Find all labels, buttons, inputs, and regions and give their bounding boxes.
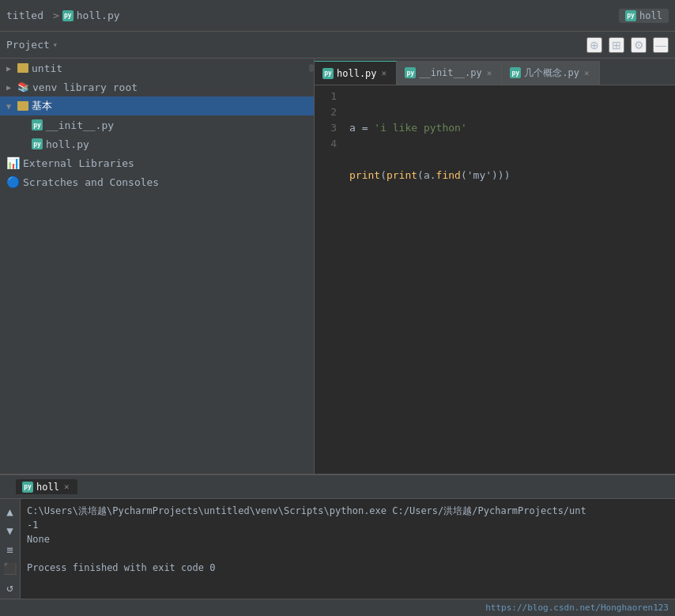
tab-init-label: __init__.py (419, 67, 481, 78)
tab-holl[interactable]: py holl.py ✕ (315, 61, 397, 85)
toolbar-layout-icon[interactable]: ⊞ (609, 37, 624, 53)
title-bar: titled > py holl.py py holl (0, 0, 675, 32)
right-tab-preview: py holl (619, 9, 669, 23)
project-label-text: Project (6, 39, 50, 51)
toolbar-settings-icon[interactable]: ⚙ (631, 37, 647, 53)
folder-icon (17, 63, 28, 73)
terminal-filter-icon[interactable]: ≡ (6, 543, 13, 556)
sidebar-item-init-label: __init__.py (46, 119, 114, 131)
terminal-line-1: C:\Users\洪培越\PycharmProjects\untitled\ve… (27, 504, 669, 518)
arrow-icon: ▶ (6, 64, 14, 73)
terminal-content: C:\Users\洪培越\PycharmProjects\untitled\ve… (21, 499, 675, 599)
sidebar-item-scratches-label: Scratches and Consoles (23, 176, 159, 188)
scratch-icon: 🔵 (6, 176, 20, 188)
code-content[interactable]: a = 'i like python' print(print(a.find('… (343, 85, 675, 474)
content-area: ▶ untit ▶ 📚 venv library root ▼ 基本 py (0, 59, 675, 474)
sidebar-item-external-label: External Libraries (23, 157, 134, 169)
terminal-py-icon: py (22, 482, 33, 493)
terminal-up-icon[interactable]: ▲ (6, 505, 13, 518)
chart-icon: 📊 (6, 157, 20, 169)
arrow-icon: ▼ (6, 102, 14, 111)
terminal-line-5: Process finished with exit code 0 (27, 561, 669, 575)
toolbar-minimize-icon[interactable]: — (653, 37, 669, 53)
terminal-area: py holl ✕ ▲ ▼ ≡ ⬛ ↺ C:\Users\洪培越\Pycharm… (0, 474, 675, 616)
terminal-line-3: None (27, 532, 669, 546)
tab-py-icon: py (322, 68, 334, 79)
line-numbers: 1 2 3 4 (315, 85, 343, 474)
preview-py-icon: py (625, 10, 636, 21)
terminal-line-4 (27, 546, 669, 561)
terminal-tab-holl[interactable]: py holl ✕ (16, 479, 77, 494)
terminal-tab-close[interactable]: ✕ (62, 481, 71, 493)
code-editor: 1 2 3 4 a = 'i like python' print(print(… (315, 85, 675, 474)
title-filename: holl.py (77, 9, 120, 21)
py-file-icon: py (62, 10, 74, 21)
code-line-1: a = 'i like python' (349, 120, 675, 136)
line-num-4: 4 (315, 136, 337, 152)
project-dropdown[interactable]: Project ▾ (6, 39, 58, 51)
sidebar-item-untitled[interactable]: ▶ untit (0, 59, 314, 77)
sidebar-item-venv-label: venv library root (32, 81, 138, 93)
tab-init[interactable]: py __init__.py ✕ (397, 61, 502, 85)
tab-gainian-close[interactable]: ✕ (583, 67, 591, 79)
terminal-tab-label: holl (36, 482, 59, 493)
editor-area: py holl.py ✕ py __init__.py ✕ py 几个概念.py… (315, 59, 675, 474)
line-num-2: 2 (315, 104, 337, 120)
tab-holl-label: holl.py (337, 68, 377, 79)
line-num-3: 3 (315, 120, 337, 136)
main-layout: Project ▾ ⊕ ⊞ ⚙ — ▶ untit ▶ 📚 ve (0, 32, 675, 616)
py-icon: py (32, 138, 43, 149)
folder-icon (17, 101, 28, 111)
project-title: titled (6, 9, 43, 21)
sidebar-item-untitled-label: untit (32, 62, 62, 74)
tab-init-close[interactable]: ✕ (485, 67, 494, 79)
tab-gainian-label: 几个概念.py (524, 66, 579, 80)
left-terminal-icons: ▲ ▼ ≡ ⬛ ↺ (0, 499, 21, 599)
sidebar-item-venv[interactable]: ▶ 📚 venv library root (0, 77, 314, 96)
sidebar-item-jiben-label: 基本 (32, 99, 52, 113)
arrow-icon: ▶ (6, 83, 14, 92)
terminal-down-icon[interactable]: ▼ (6, 524, 13, 537)
title-file: py holl.py (62, 9, 120, 21)
terminal-footer: https://blog.csdn.net/Honghaoren123 (0, 599, 675, 616)
footer-url: https://blog.csdn.net/Honghaoren123 (485, 603, 669, 613)
toolbar-icons: ⊕ ⊞ ⚙ — (586, 37, 669, 53)
sidebar-item-external[interactable]: 📊 External Libraries (0, 153, 314, 172)
editor-tabs: py holl.py ✕ py __init__.py ✕ py 几个概念.py… (315, 59, 675, 85)
sidebar-item-jiben[interactable]: ▼ 基本 (0, 96, 314, 115)
sidebar-item-holl[interactable]: py holl.py (0, 134, 314, 153)
terminal-body: ▲ ▼ ≡ ⬛ ↺ C:\Users\洪培越\PycharmProjects\u… (0, 499, 675, 599)
py-icon: py (32, 119, 43, 130)
tab-gainian[interactable]: py 几个概念.py ✕ (502, 61, 599, 85)
tab-holl-close[interactable]: ✕ (380, 67, 389, 79)
line-num-1: 1 (315, 89, 337, 104)
sidebar-item-holl-label: holl.py (46, 138, 89, 150)
library-icon: 📚 (17, 81, 29, 93)
sidebar: ▶ untit ▶ 📚 venv library root ▼ 基本 py (0, 59, 315, 474)
tab-py-icon: py (510, 67, 521, 78)
sidebar-item-init[interactable]: py __init__.py (0, 115, 314, 134)
toolbar-sync-icon[interactable]: ⊕ (586, 37, 602, 53)
project-chevron-icon: ▾ (53, 40, 58, 49)
scrollbar (309, 64, 314, 72)
terminal-line-2: -1 (27, 518, 669, 532)
title-separator: > (53, 9, 59, 21)
tab-py-icon: py (405, 67, 416, 78)
code-line-2: print(print(a.find('my'))) (349, 168, 675, 183)
terminal-stop-icon[interactable]: ⬛ (3, 562, 17, 575)
code-line-3 (349, 215, 675, 231)
preview-tab-label: holl (639, 10, 662, 21)
terminal-tabs: py holl ✕ (0, 475, 675, 499)
code-line-4 (349, 263, 675, 278)
toolbar: Project ▾ ⊕ ⊞ ⚙ — (0, 32, 675, 59)
terminal-rerun-icon[interactable]: ↺ (6, 581, 13, 594)
sidebar-item-scratches[interactable]: 🔵 Scratches and Consoles (0, 172, 314, 191)
